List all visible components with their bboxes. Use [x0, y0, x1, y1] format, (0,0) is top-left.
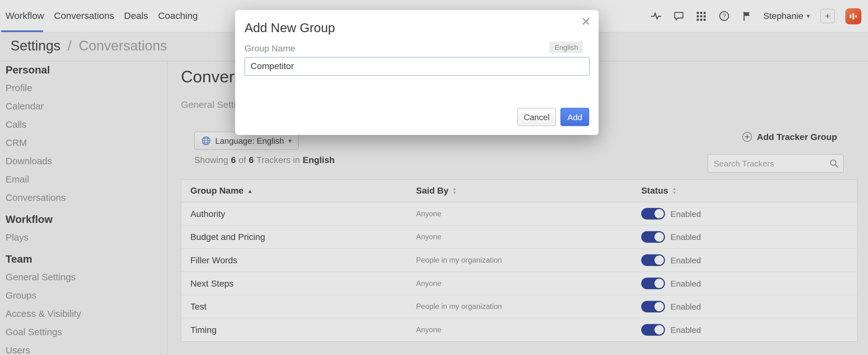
- cancel-button[interactable]: Cancel: [517, 108, 556, 126]
- close-icon[interactable]: ×: [580, 12, 593, 32]
- app-window: Workflow Conversations Deals Coaching: [0, 0, 868, 355]
- group-name-input[interactable]: [244, 57, 589, 76]
- language-badge: English: [550, 42, 583, 53]
- modal-title: Add New Group: [244, 21, 335, 35]
- group-name-label: Group Name: [244, 44, 295, 54]
- add-button[interactable]: Add: [560, 108, 589, 126]
- add-group-modal: Add New Group × Group Name English Cance…: [235, 10, 598, 135]
